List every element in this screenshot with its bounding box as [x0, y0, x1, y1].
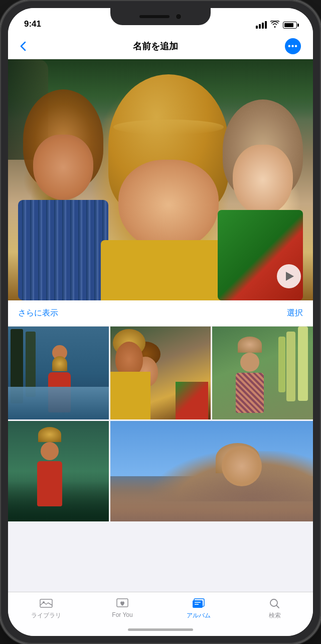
wifi-icon	[270, 21, 279, 29]
signal-icon	[256, 21, 267, 29]
tab-library[interactable]: ライブラリ	[8, 597, 84, 620]
status-time: 9:41	[24, 19, 41, 30]
controls-row: さらに表示 選択	[8, 300, 313, 327]
play-button[interactable]	[277, 264, 301, 288]
grid-photo-1[interactable]	[8, 327, 109, 419]
photo-grid	[8, 327, 313, 592]
grid-photo-2[interactable]	[110, 327, 211, 419]
library-icon	[39, 597, 53, 609]
albums-icon	[192, 597, 206, 609]
grid-photo-4[interactable]	[8, 421, 109, 521]
tab-library-label: ライブラリ	[31, 611, 61, 620]
show-more-button[interactable]: さらに表示	[18, 308, 58, 318]
svg-point-1	[43, 601, 45, 603]
phone-screen: 9:41	[8, 8, 313, 636]
more-button[interactable]: •••	[285, 38, 301, 54]
grid-photo-5[interactable]	[110, 421, 313, 521]
front-camera	[176, 14, 182, 20]
search-icon	[268, 597, 282, 609]
main-photo[interactable]	[8, 59, 313, 300]
tab-search[interactable]: 検索	[237, 597, 313, 620]
grid-photo-3[interactable]	[212, 327, 313, 419]
speaker	[139, 15, 170, 18]
phone-shell: 9:41	[0, 0, 321, 644]
tab-for-you[interactable]: For You	[84, 597, 160, 618]
notch	[110, 8, 211, 25]
back-button[interactable]	[20, 41, 26, 51]
home-indicator	[128, 628, 193, 631]
navigation-bar: 名前を追加 •••	[8, 33, 313, 59]
content-wrapper: 名前を追加 •••	[8, 33, 313, 636]
status-icons	[256, 21, 297, 30]
tab-albums-label: アルバム	[187, 611, 211, 620]
page-title: 名前を追加	[133, 40, 178, 52]
select-button[interactable]: 選択	[287, 308, 303, 318]
tab-for-you-label: For You	[112, 611, 132, 618]
more-icon: •••	[288, 42, 298, 50]
for-you-icon	[115, 597, 129, 609]
battery-icon	[283, 22, 297, 29]
photo-grid-container	[8, 327, 313, 592]
play-icon	[286, 272, 294, 281]
tab-albums[interactable]: アルバム	[160, 597, 237, 620]
tab-search-label: 検索	[269, 611, 281, 620]
